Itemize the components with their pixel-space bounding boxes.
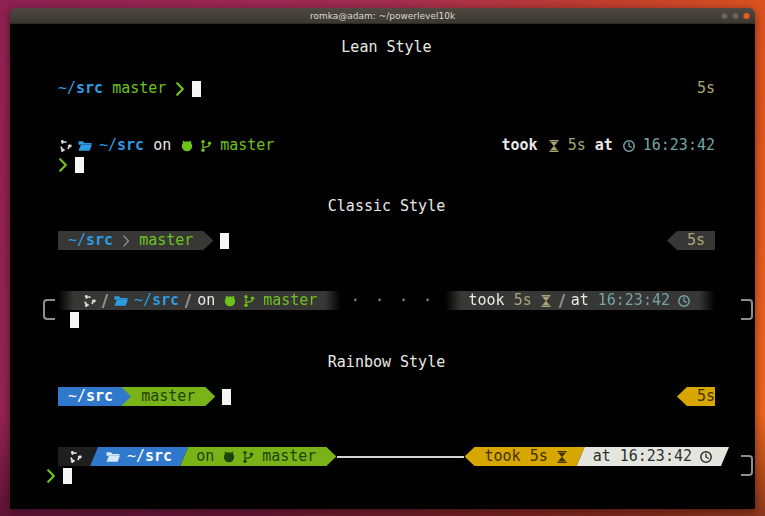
folder-icon [78,139,92,153]
prompt-chevron-icon [46,468,56,484]
cursor-block [75,157,84,173]
at-label: at [593,447,611,466]
powerline-segment-left: ~/src on master [58,291,341,310]
prompt-rainbow-twoline: ~/src on master took 5s at 16:23:42 [58,447,715,485]
thin-chevron-separator-icon [121,233,131,249]
cursor-block [70,312,79,328]
rainbow-segment-time: at 16:23:42 [577,447,729,466]
prompt-chevron-icon [58,157,68,173]
git-branch-icon [242,294,256,308]
rainbow-segment-dir: ~/src [58,387,131,406]
terminal-window: romka@adam: ~/powerlevel10k Lean Style ~… [10,8,755,509]
dir-prefix: ~/ [68,387,86,405]
prompt-input-line [58,155,715,174]
dir-name: src [86,387,113,405]
dir-name: src [86,231,113,249]
filler-line [337,456,463,458]
prompt-right-segments: took 5s at 16:23:42 [502,136,716,155]
minimize-button[interactable] [721,12,728,19]
powerline-segment-duration: 5s [667,231,715,250]
close-button[interactable] [743,12,750,19]
prompt-frame-right [741,299,753,320]
cursor-block [192,81,201,97]
rainbow-segment-duration: took 5s [465,447,585,466]
on-label: on [153,136,171,155]
took-label: took [485,447,521,466]
cursor-block [220,233,229,249]
window-titlebar[interactable]: romka@adam: ~/powerlevel10k [10,8,755,24]
terminal-content[interactable]: Lean Style ~/src master 5s ~/src on mast… [10,24,755,509]
time-label: 16:23:42 [598,291,670,310]
git-branch-label: master [220,136,274,155]
dir-path: ~/src [127,447,172,466]
rainbow-segment-dir: ~/src [90,447,188,466]
slash-separator [102,294,109,308]
git-branch-label: master [141,387,195,406]
folder-icon [114,294,128,308]
prompt-lean-oneline: ~/src master 5s [58,79,715,98]
dir-path: ~/src [58,79,103,98]
prompt-line: ~/src on master · · · · took 5s at 16:23… [58,291,715,310]
section-heading-lean: Lean Style [58,38,715,57]
slash-separator [558,294,565,308]
time-label: 16:23:42 [643,136,715,155]
hourglass-icon [547,139,561,153]
prompt-lean-twoline: ~/src on master took 5s at 16:23:42 [58,136,715,174]
prompt-classic-twoline: ~/src on master · · · · took 5s at 16:23… [58,291,715,329]
prompt-input-line [58,466,715,485]
at-label: at [595,136,613,155]
git-branch-label: master [112,79,166,98]
on-label: on [196,447,214,466]
prompt-rainbow-oneline: ~/src master 5s [58,387,715,406]
on-label: on [197,291,215,310]
duration-label: 5s [697,387,715,406]
git-branch-label: master [139,231,193,250]
clock-icon [677,294,691,308]
github-icon [180,139,194,153]
maximize-button[interactable] [732,12,739,19]
github-icon [222,450,236,464]
slash-separator [185,294,192,308]
powerline-segment-dir-git: ~/src master [58,231,213,250]
window-controls [721,12,750,19]
dir-prefix: ~/ [58,79,76,97]
duration-label: 5s [514,291,532,310]
git-branch-label: master [262,447,316,466]
prompt-classic-oneline: ~/src master 5s [58,231,715,250]
took-label: took [502,136,538,155]
prompt-frame-left [43,299,55,320]
duration-label: 5s [687,231,705,250]
clock-icon [622,139,636,153]
dir-name: src [152,291,179,309]
prompt-frame-right [741,455,753,476]
hourglass-icon [555,450,569,464]
time-label: 16:23:42 [620,447,692,466]
dir-path: ~/src [134,291,179,310]
section-heading-classic: Classic Style [58,197,715,216]
ubuntu-logo-icon [82,294,96,308]
duration-label: 5s [530,447,548,466]
window-title: romka@adam: ~/powerlevel10k [310,11,455,21]
git-branch-label: master [263,291,317,310]
duration-label: 5s [697,79,715,98]
ubuntu-logo-icon [68,450,82,464]
dir-path: ~/src [68,387,113,406]
prompt-line: ~/src on master took 5s at 16:23:42 [58,136,715,155]
dir-name: src [76,79,103,97]
dir-path: ~/src [99,136,144,155]
dir-name: src [145,447,172,465]
section-heading-rainbow: Rainbow Style [58,353,715,372]
rainbow-segment-duration: 5s [677,387,715,406]
filler-dots: · · · · [341,291,444,310]
dir-path: ~/src [68,231,113,250]
powerline-segment-right: took 5s at 16:23:42 [445,291,716,310]
dir-prefix: ~/ [68,231,86,249]
took-label: took [469,291,505,310]
rainbow-segment-git: master [121,387,215,406]
hourglass-icon [539,294,553,308]
prompt-input-line [58,310,715,329]
dir-name: src [117,136,144,154]
dir-prefix: ~/ [99,136,117,154]
dir-prefix: ~/ [127,447,145,465]
at-label: at [571,291,589,310]
